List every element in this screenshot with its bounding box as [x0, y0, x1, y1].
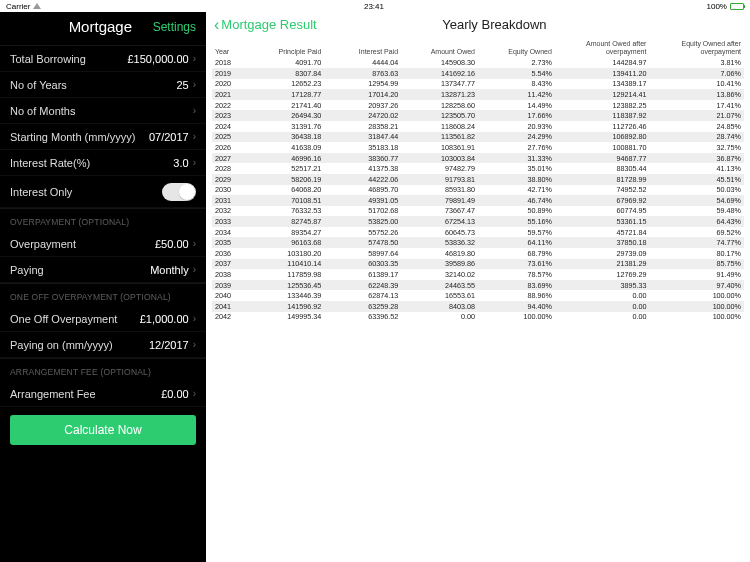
table-cell: 2023 — [212, 110, 247, 121]
table-cell: 17128.77 — [247, 89, 324, 100]
table-cell: 91793.81 — [401, 174, 478, 185]
row-oneoff-overpayment[interactable]: One Off Overpayment £1,000.00 › — [0, 306, 206, 332]
table-cell: 12652.23 — [247, 79, 324, 90]
table-cell: 89354.27 — [247, 227, 324, 238]
status-left: Carrier — [6, 2, 41, 11]
table-cell: 106892.80 — [555, 132, 650, 143]
table-cell: 2026 — [212, 142, 247, 153]
value-no-of-years: 25 — [176, 79, 188, 91]
table-cell: 97.40% — [649, 280, 744, 291]
label-no-of-months: No of Months — [10, 105, 189, 117]
table-row: 202536438.1831847.44113561.8224.29%10689… — [212, 132, 744, 143]
table-cell: 31847.44 — [324, 132, 401, 143]
back-button[interactable]: ‹ Mortgage Result — [214, 17, 317, 32]
table-cell: 46996.16 — [247, 153, 324, 164]
table-cell: 17.41% — [649, 100, 744, 111]
calc-button-wrap: Calculate Now — [0, 407, 206, 453]
table-row: 202431391.7628358.21118608.2420.93%11272… — [212, 121, 744, 132]
row-paying[interactable]: Paying Monthly › — [0, 257, 206, 283]
table-cell: 2027 — [212, 153, 247, 164]
row-overpayment[interactable]: Overpayment £50.00 › — [0, 231, 206, 257]
table-cell: 134389.17 — [555, 79, 650, 90]
table-cell: 76332.53 — [247, 206, 324, 217]
row-total-borrowing[interactable]: Total Borrowing £150,000.00 › — [0, 46, 206, 72]
table-cell: 12769.29 — [555, 269, 650, 280]
table-cell: 60645.73 — [401, 227, 478, 238]
chevron-right-icon: › — [193, 238, 196, 249]
table-cell: 24463.55 — [401, 280, 478, 291]
table-cell: 149995.34 — [247, 312, 324, 323]
chevron-right-icon: › — [193, 339, 196, 350]
table-cell: 64.43% — [649, 216, 744, 227]
calculate-now-button[interactable]: Calculate Now — [10, 415, 196, 445]
table-row: 202641638.0935183.18108361.9127.76%10088… — [212, 142, 744, 153]
table-row: 2041141596.9263259.288403.0894.40%0.0010… — [212, 301, 744, 312]
table-cell: 2022 — [212, 100, 247, 111]
section-oneoff: ONE OFF OVERPAYMENT (OPTIONAL) One Off O… — [0, 283, 206, 358]
table-row: 2037110410.1460303.3539589.8673.61%21381… — [212, 259, 744, 270]
content: ‹ Mortgage Result Yearly Breakdown Year … — [206, 12, 750, 562]
table-row: 2040133446.3962874.1316553.6188.96%0.001… — [212, 290, 744, 301]
table-cell: 58997.64 — [324, 248, 401, 259]
table-row: 202117128.7717014.20132871.2311.42%12921… — [212, 89, 744, 100]
table-cell: 103003.84 — [401, 153, 478, 164]
table-cell: 62248.39 — [324, 280, 401, 291]
table-cell: 21381.29 — [555, 259, 650, 270]
table-cell: 38.80% — [478, 174, 555, 185]
chevron-right-icon: › — [193, 53, 196, 64]
row-no-of-years[interactable]: No of Years 25 › — [0, 72, 206, 98]
table-cell: 74.77% — [649, 237, 744, 248]
table-cell: 94.40% — [478, 301, 555, 312]
table-row: 2042149995.3463396.520.00100.00%0.00100.… — [212, 312, 744, 323]
row-interest-only[interactable]: Interest Only — [0, 176, 206, 208]
table-cell: 2025 — [212, 132, 247, 143]
table-cell: 2029 — [212, 174, 247, 185]
table-cell: 0.00 — [555, 290, 650, 301]
table-cell: 81728.99 — [555, 174, 650, 185]
table-cell: 11.42% — [478, 89, 555, 100]
table-cell: 35183.18 — [324, 142, 401, 153]
table-cell: 45.51% — [649, 174, 744, 185]
table-row: 202958206.1944222.0691793.8138.80%81728.… — [212, 174, 744, 185]
sidebar-header: Mortgage Settings — [0, 12, 206, 45]
label-overpayment: Overpayment — [10, 238, 155, 250]
table-cell: 0.00 — [401, 312, 478, 323]
table-cell: 32140.02 — [401, 269, 478, 280]
row-paying-on[interactable]: Paying on (mm/yyyy) 12/2017 › — [0, 332, 206, 358]
table-cell: 2018 — [212, 57, 247, 68]
table-cell: 144284.97 — [555, 57, 650, 68]
row-no-of-months[interactable]: No of Months › — [0, 98, 206, 124]
table-cell: 85.75% — [649, 259, 744, 270]
row-interest-rate[interactable]: Interest Rate(%) 3.0 › — [0, 150, 206, 176]
table-row: 203276332.5351702.6873667.4750.89%60774.… — [212, 206, 744, 217]
table-row: 2039125536.4562248.3924463.5583.69%3895.… — [212, 280, 744, 291]
table-cell: 2038 — [212, 269, 247, 280]
table-cell: 10.41% — [649, 79, 744, 90]
table-cell: 85931.80 — [401, 185, 478, 196]
table-cell: 100.00% — [649, 301, 744, 312]
table-cell: 50.89% — [478, 206, 555, 217]
table-cell: 3.81% — [649, 57, 744, 68]
row-starting-month[interactable]: Starting Month (mm/yyyy) 07/2017 › — [0, 124, 206, 150]
value-arrangement-fee: £0.00 — [161, 388, 189, 400]
row-arrangement-fee[interactable]: Arrangement Fee £0.00 › — [0, 381, 206, 407]
table-cell: 14.49% — [478, 100, 555, 111]
section-label-oneoff: ONE OFF OVERPAYMENT (OPTIONAL) — [0, 284, 206, 306]
table-cell: 2041 — [212, 301, 247, 312]
table-body: 20184091.704444.04145908.302.73%144284.9… — [212, 57, 744, 322]
chevron-right-icon: › — [193, 79, 196, 90]
table-cell: 2019 — [212, 68, 247, 79]
settings-button[interactable]: Settings — [153, 20, 196, 34]
table-cell: 17.66% — [478, 110, 555, 121]
table-cell: 97482.79 — [401, 163, 478, 174]
table-cell: 41.13% — [649, 163, 744, 174]
table-cell: 2037 — [212, 259, 247, 270]
chevron-right-icon: › — [193, 157, 196, 168]
table-cell: 36438.18 — [247, 132, 324, 143]
table-cell: 45721.84 — [555, 227, 650, 238]
chevron-right-icon: › — [193, 131, 196, 142]
table-cell: 62874.13 — [324, 290, 401, 301]
table-cell: 8.43% — [478, 79, 555, 90]
table-cell: 88305.44 — [555, 163, 650, 174]
interest-only-toggle[interactable] — [162, 183, 196, 201]
